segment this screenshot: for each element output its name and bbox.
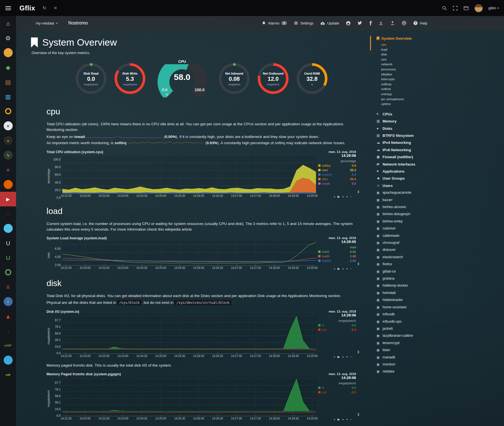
github-icon[interactable] xyxy=(346,21,351,26)
menu-subitem-load[interactable]: load xyxy=(381,47,504,52)
menu-item-applications[interactable]: ♥Applications xyxy=(377,168,504,175)
user-avatar[interactable] xyxy=(474,4,483,12)
menu-item-diskover[interactable]: ▦diskover xyxy=(377,246,504,253)
sidebar-app-chronograf-icon[interactable]: × xyxy=(0,162,16,177)
menu-subitem-idlejitter[interactable]: idlejitter xyxy=(381,72,504,77)
menu-item-monitorr[interactable]: ▦monitorr xyxy=(377,361,504,368)
sidebar-app-green-bolt-icon[interactable]: ϟ xyxy=(0,148,16,162)
pan-right-button[interactable]: » xyxy=(342,418,344,421)
menu-item-gitlab-ce[interactable]: ▦gitlab-ce xyxy=(377,268,504,275)
menu-subitem-softnet[interactable]: softnet xyxy=(381,87,504,92)
legend-row-out[interactable]: out-5.2 xyxy=(318,391,356,394)
sidebar-app-red-arrow-icon[interactable]: ↓ xyxy=(0,324,16,338)
sidebar-app-unraid-icon[interactable]: U xyxy=(0,236,16,250)
zoom-in-button[interactable]: + xyxy=(346,195,348,198)
menu-item-memory[interactable]: ▥Memory xyxy=(377,118,504,125)
menu-subitem-disk[interactable]: disk xyxy=(381,52,504,57)
menu-item-firewall-netfilter-[interactable]: ▣Firewall (netfilter) xyxy=(377,153,504,160)
pan-left-button[interactable]: « xyxy=(333,355,335,359)
menu-item-firefox[interactable]: ▦firefox xyxy=(377,261,504,268)
menu-subitem-uptime[interactable]: uptime xyxy=(381,102,504,107)
legend-row-user[interactable]: user35.3 xyxy=(318,168,356,172)
pan-left-button[interactable]: « xyxy=(333,418,335,421)
menu-item-binhex-airsonic[interactable]: ▦binhex-airsonic xyxy=(377,204,504,211)
chart-plot[interactable] xyxy=(62,314,316,354)
sidebar-app-green-u-icon[interactable]: U xyxy=(0,250,16,265)
zoom-out-button[interactable]: − xyxy=(350,195,352,198)
menu-item-network-interfaces[interactable]: ⇄Network Interfaces xyxy=(377,161,504,168)
menu-item-cpus[interactable]: ϟCPUs xyxy=(377,111,504,118)
facebook-icon[interactable] xyxy=(369,21,372,25)
play-button[interactable]: ▶ xyxy=(338,418,340,421)
menu-item-ipv4-networking[interactable]: ☁IPv4 Networking xyxy=(377,139,504,146)
menu-subitem-softirqs[interactable]: softirqs xyxy=(381,82,504,87)
sidebar-app-netdata-icon[interactable]: ► xyxy=(0,192,16,206)
menu-item-netdata[interactable]: ▦netdata xyxy=(377,368,504,375)
menu-item-mariadb[interactable]: ▦mariadb xyxy=(377,354,504,361)
sidebar-app-ombi-icon[interactable] xyxy=(0,221,16,236)
sidebar-home-icon[interactable]: ⌂ xyxy=(0,16,16,31)
zoom-in-button[interactable]: + xyxy=(346,267,348,271)
sidebar-app-red-dots-icon[interactable]: ∷ xyxy=(0,206,16,221)
play-button[interactable]: ▶ xyxy=(338,267,340,271)
chart-plot[interactable] xyxy=(62,155,316,193)
sidebar-app-firefox-icon[interactable] xyxy=(0,177,16,192)
menu-item-binhex-delugevpn[interactable]: ▦binhex-delugevpn xyxy=(377,211,504,218)
chart-plot[interactable] xyxy=(62,377,316,416)
sidebar-app-bars-icon[interactable]: ≡ xyxy=(0,280,16,294)
menu-item-bazarr[interactable]: ▦bazarr xyxy=(377,197,504,204)
pan-left-button[interactable]: « xyxy=(333,195,335,198)
legend-row-system[interactable]: system2.3 xyxy=(318,173,356,176)
menu-item-btrfs-filesystem[interactable]: ▤BTRFS filesystem xyxy=(377,132,504,139)
menu-item-cadvisor[interactable]: ▦cadvisor xyxy=(377,225,504,232)
menu-item-lazylibrarian-calibre[interactable]: ▦lazylibrarian-calibre xyxy=(377,332,504,339)
menu-item-apacheguacamole[interactable]: ▦apacheguacamole xyxy=(377,189,504,196)
menu-item-influxdb-ups[interactable]: ▦influxdb-ups xyxy=(377,318,504,325)
menu-subitem-ipc-semaphores[interactable]: ipc semaphores xyxy=(381,97,504,102)
zoom-in-button[interactable]: + xyxy=(346,355,348,359)
sidebar-app-emby-icon[interactable]: ◆ xyxy=(0,60,16,75)
sidebar-app-gitlab-icon[interactable]: ▲ xyxy=(0,309,16,324)
legend-row-load15[interactable]: load152.06 xyxy=(318,259,356,262)
print-icon[interactable] xyxy=(402,21,406,25)
alarms-button[interactable]: Alarms 2 xyxy=(262,21,287,25)
sidebar-app-green-ring-icon[interactable] xyxy=(0,265,16,280)
menu-subitem-network[interactable]: network xyxy=(381,62,504,67)
twitter-icon[interactable] xyxy=(357,21,362,25)
zoom-out-button[interactable]: − xyxy=(350,418,352,421)
close-button[interactable]: × xyxy=(54,5,57,11)
menu-item-calibreweb[interactable]: ▦calibreweb xyxy=(377,232,504,239)
hostname[interactable]: Nostromo xyxy=(68,21,88,26)
gauge-used-ram[interactable]: Used RAM32.8% xyxy=(295,62,329,96)
chart-resize-handle[interactable]: ⇕ xyxy=(357,190,360,194)
menu-subitem-entropy[interactable]: entropy xyxy=(381,92,504,97)
sidebar-app-lazylibrarian-icon[interactable]: LAZY xyxy=(0,338,16,353)
sidebar-app-plex-icon[interactable]: » xyxy=(0,133,16,148)
legend-row-iowait[interactable]: iowait0.0 xyxy=(318,182,356,185)
menu-subitem-ram[interactable]: ram xyxy=(381,57,504,62)
sidebar-app-sabnzbd-icon[interactable]: sab xyxy=(0,367,16,382)
menu-item-chronograf[interactable]: ▦chronograf xyxy=(377,239,504,246)
download-icon[interactable] xyxy=(379,21,383,25)
menu-item-home-assistant[interactable]: ▦home-assistant xyxy=(377,304,504,311)
sidebar-app-equalizer-icon[interactable]: ▥ xyxy=(0,89,16,104)
menu-subitem-processes[interactable]: processes xyxy=(381,67,504,72)
legend-row-load1[interactable]: load16.51 xyxy=(318,250,356,253)
search-icon[interactable] xyxy=(442,6,447,11)
menu-item-user-groups[interactable]: ☻User Groups xyxy=(377,175,504,182)
settings-button[interactable]: Settings xyxy=(294,21,313,25)
update-button[interactable]: Update xyxy=(320,21,339,25)
sidebar-app-heimdall-icon[interactable]: ↑ xyxy=(0,294,16,309)
legend-row-nice[interactable]: nice20.4 xyxy=(318,177,356,181)
legend-row-in[interactable]: in0.0 xyxy=(318,324,356,327)
hamburger-menu-button[interactable] xyxy=(0,0,16,16)
chart-resize-handle[interactable]: ⇕ xyxy=(357,350,360,354)
menu-item-ipv6-networking[interactable]: ☁IPv6 Networking xyxy=(377,146,504,153)
play-button[interactable]: ▶ xyxy=(338,195,340,198)
sidebar-settings-icon[interactable]: ⚙ xyxy=(0,31,16,45)
tabs-icon[interactable] xyxy=(463,6,469,11)
zoom-out-button[interactable]: − xyxy=(350,267,352,271)
legend-row-softirq[interactable]: softirq0.0 xyxy=(318,164,356,167)
pan-right-button[interactable]: » xyxy=(342,267,344,271)
sidebar-app-drop-icon[interactable] xyxy=(0,353,16,367)
